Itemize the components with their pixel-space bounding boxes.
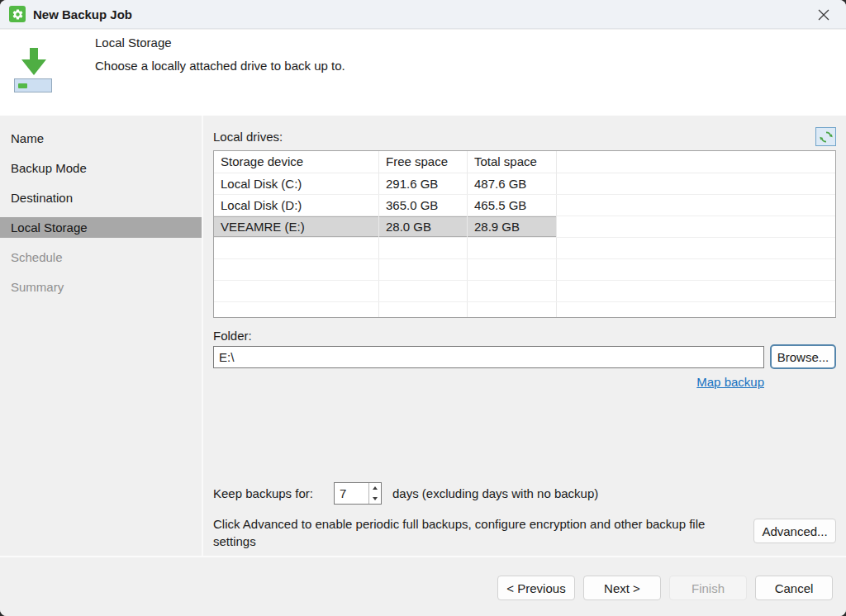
cancel-button[interactable]: Cancel xyxy=(755,576,833,600)
browse-button[interactable]: Browse... xyxy=(770,344,836,369)
sidebar-item-local-storage[interactable]: Local Storage xyxy=(0,217,202,238)
wizard-steps-sidebar: Name Backup Mode Destination Local Stora… xyxy=(0,128,202,306)
close-icon xyxy=(818,9,829,21)
title-bar: New Backup Job xyxy=(0,0,846,29)
step-description: Choose a locally attached drive to back … xyxy=(95,59,345,73)
sidebar-item-backup-mode[interactable]: Backup Mode xyxy=(0,158,202,178)
advanced-button[interactable]: Advanced... xyxy=(753,519,836,543)
advanced-hint-text: Click Advanced to enable periodic full b… xyxy=(213,515,749,550)
keep-backups-spinner xyxy=(334,482,382,505)
chevron-up-icon xyxy=(373,486,378,490)
table-empty-row xyxy=(214,259,835,281)
table-header-row: Storage device Free space Total space xyxy=(214,151,835,173)
map-backup-link[interactable]: Map backup xyxy=(696,375,764,389)
column-header-storage-device[interactable]: Storage device xyxy=(214,151,379,173)
folder-label: Folder: xyxy=(213,329,252,343)
sidebar-item-schedule[interactable]: Schedule xyxy=(0,247,202,268)
keep-backups-suffix: days (excluding days with no backup) xyxy=(392,486,598,500)
table-empty-row xyxy=(214,281,835,302)
local-drives-label: Local drives: xyxy=(213,130,283,144)
window-title: New Backup Job xyxy=(33,6,132,23)
table-empty-row xyxy=(214,238,835,259)
refresh-icon xyxy=(820,130,833,144)
previous-button[interactable]: < Previous xyxy=(497,576,575,600)
column-header-total-space[interactable]: Total space xyxy=(468,151,557,173)
next-button[interactable]: Next > xyxy=(583,576,661,600)
step-content: Local drives: Storage device Free space … xyxy=(203,116,846,557)
spin-down-button[interactable] xyxy=(369,494,381,505)
local-drive-icon xyxy=(14,78,52,92)
column-header-free-space[interactable]: Free space xyxy=(379,151,468,173)
table-row-veeamre-e-selected[interactable]: VEEAMRE (E:) 28.0 GB 28.9 GB xyxy=(214,216,835,238)
chevron-down-icon xyxy=(373,497,378,500)
spin-up-button[interactable] xyxy=(369,483,381,494)
sidebar-item-destination[interactable]: Destination xyxy=(0,187,202,208)
keep-backups-value-input[interactable] xyxy=(335,483,368,504)
sidebar-item-summary[interactable]: Summary xyxy=(0,277,202,297)
dialog-footer: < Previous Next > Finish Cancel xyxy=(0,556,846,616)
table-empty-row xyxy=(214,302,835,318)
new-backup-job-dialog: New Backup Job Local Storage Choose a lo… xyxy=(0,0,846,616)
step-title: Local Storage xyxy=(95,36,172,50)
dialog-body: Name Backup Mode Destination Local Stora… xyxy=(0,116,846,557)
close-button[interactable] xyxy=(815,7,833,23)
finish-button: Finish xyxy=(669,576,747,600)
gear-icon xyxy=(9,6,26,22)
download-to-drive-icon xyxy=(18,47,50,80)
folder-path-input[interactable] xyxy=(213,346,764,368)
refresh-button[interactable] xyxy=(815,127,836,146)
table-row-local-disk-d[interactable]: Local Disk (D:) 365.0 GB 465.5 GB xyxy=(214,195,835,216)
keep-backups-label: Keep backups for: xyxy=(213,486,313,500)
wizard-step-header: Local Storage Choose a locally attached … xyxy=(0,30,846,116)
local-drives-table: Storage device Free space Total space Lo… xyxy=(213,150,836,318)
table-row-local-disk-c[interactable]: Local Disk (C:) 291.6 GB 487.6 GB xyxy=(214,173,835,195)
sidebar-item-name[interactable]: Name xyxy=(0,128,202,149)
